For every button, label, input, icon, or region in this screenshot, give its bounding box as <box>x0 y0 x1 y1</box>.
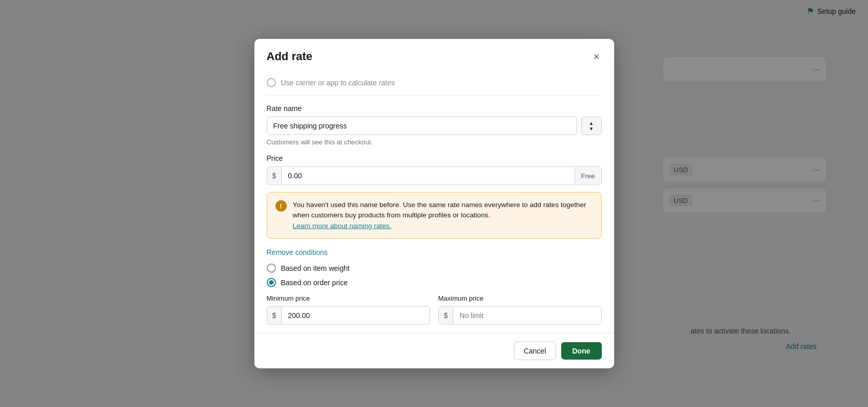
item-weight-radio[interactable] <box>267 263 276 272</box>
item-weight-radio-option[interactable]: Based on item weight <box>267 263 602 272</box>
max-price-label: Maximum price <box>438 294 602 302</box>
rate-name-section: Rate name ▲ ▼ Customers will see this at… <box>267 96 602 146</box>
warning-main-text: You haven't used this name before. Use t… <box>293 201 586 219</box>
order-price-radio-option[interactable]: Based on order price <box>267 278 602 287</box>
min-max-price-row: Minimum price $ Maximum price $ <box>267 294 602 324</box>
price-section: Price $ Free <box>267 146 602 185</box>
price-input-wrapper: $ Free <box>267 166 602 185</box>
warning-icon: ! <box>275 200 287 212</box>
remove-conditions-link[interactable]: Remove conditions <box>267 248 328 256</box>
max-price-input[interactable] <box>453 306 601 324</box>
rate-name-label: Rate name <box>267 104 602 113</box>
max-price-symbol: $ <box>439 306 454 324</box>
warning-box: ! You haven't used this name before. Use… <box>267 192 602 239</box>
modal-footer: Cancel Done <box>254 332 614 368</box>
rate-name-spinner[interactable]: ▲ ▼ <box>581 117 602 135</box>
modal-title: Add rate <box>267 50 312 63</box>
min-price-col: Minimum price $ <box>267 294 430 324</box>
carrier-option-row[interactable]: Use carrier or app to calculate rates <box>267 72 602 96</box>
add-rate-modal: Add rate × Use carrier or app to calcula… <box>254 39 614 368</box>
order-price-radio[interactable] <box>267 278 276 287</box>
free-badge: Free <box>575 167 601 184</box>
warning-text-content: You haven't used this name before. Use t… <box>293 200 593 231</box>
price-label: Price <box>267 154 602 162</box>
spinner-down-arrow: ▼ <box>589 126 594 132</box>
done-button[interactable]: Done <box>561 342 602 359</box>
warning-learn-more-link[interactable]: Learn more about naming rates. <box>293 221 392 229</box>
close-button[interactable]: × <box>592 49 602 64</box>
carrier-option-label: Use carrier or app to calculate rates <box>281 79 395 87</box>
carrier-option-radio[interactable] <box>267 78 276 87</box>
cancel-button[interactable]: Cancel <box>514 341 556 360</box>
price-input[interactable] <box>282 167 574 184</box>
max-price-input-wrapper: $ <box>438 306 602 324</box>
price-currency-symbol: $ <box>267 167 282 184</box>
modal-body: Use carrier or app to calculate rates Ra… <box>254 72 614 333</box>
order-price-label: Based on order price <box>281 278 348 286</box>
modal-header: Add rate × <box>254 39 614 72</box>
min-price-label: Minimum price <box>267 294 430 302</box>
min-price-input-wrapper: $ <box>267 306 430 324</box>
rate-name-input-row: ▲ ▼ <box>267 117 602 135</box>
min-price-symbol: $ <box>267 306 282 324</box>
max-price-col: Maximum price $ <box>438 294 602 324</box>
min-price-input[interactable] <box>282 306 429 324</box>
rate-name-hint: Customers will see this at checkout. <box>267 138 602 146</box>
spinner-up-arrow: ▲ <box>589 120 594 126</box>
rate-name-input[interactable] <box>267 117 577 135</box>
item-weight-label: Based on item weight <box>281 264 350 272</box>
